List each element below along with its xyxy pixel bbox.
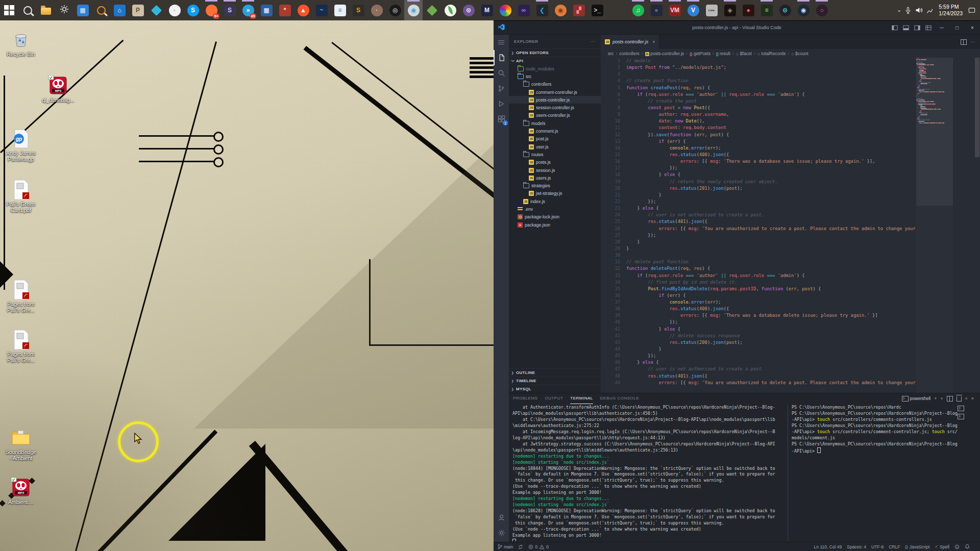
tree-item-comment.js[interactable]: JScomment.js — [509, 127, 601, 135]
minimap[interactable] — [916, 58, 953, 393]
taskbar-icon-search[interactable] — [18, 0, 37, 20]
terminal-selector[interactable]: ❯powershell — [902, 396, 931, 402]
tree-item-models[interactable]: models — [509, 119, 601, 127]
desktop-icon-1[interactable]: Recycle Bin — [3, 30, 39, 57]
speaker-icon[interactable] — [915, 6, 923, 14]
status-crlf[interactable]: CRLF — [889, 544, 900, 549]
toggle-secondary-sidebar-icon[interactable] — [912, 21, 923, 34]
terminal-list-item-powershell[interactable]: ❯ — [958, 414, 964, 419]
terminal-output-right[interactable]: PS C:\Users\Anonymous_PC\source\repos\Ha… — [788, 405, 960, 541]
activity-source-control-icon[interactable] — [494, 81, 509, 96]
tree-item-user.js[interactable]: JSuser.js — [509, 143, 601, 151]
taskbar-icon-voicemeeter[interactable]: VM — [666, 0, 684, 20]
taskbar-icon-file-explorer[interactable] — [37, 0, 55, 20]
tree-item-posts-controller.js[interactable]: JSposts-controller.js — [509, 96, 601, 104]
taskbar-icon-color-wheel[interactable] — [496, 0, 514, 20]
taskbar-icon-vscode[interactable]: ❮ — [533, 0, 551, 20]
panel-tab-debug-console[interactable]: DEBUG CONSOLE — [600, 393, 639, 404]
taskbar-icon-steam[interactable]: ◉ — [794, 0, 813, 20]
taskbar-icon-app-red-pixels[interactable]: ▞ — [570, 0, 588, 20]
desktop-icon-6[interactable]: Pages from Pali's Gre... — [3, 330, 39, 363]
breadcrumb-item-controllers[interactable]: controllers — [619, 51, 639, 56]
taskbar-icon-everything-search[interactable] — [92, 0, 110, 20]
taskbar-icon-settings[interactable] — [55, 0, 74, 20]
taskbar-icon-paint-palette[interactable]: · — [368, 0, 386, 20]
split-editor-icon[interactable] — [961, 39, 967, 45]
taskbar-icon-sublime-text[interactable]: S — [349, 0, 368, 20]
taskbar-icon-app-dark-orb[interactable]: ◈ — [721, 0, 739, 20]
taskbar-icon-terminal[interactable]: >_ — [588, 0, 606, 20]
taskbar-icon-photos-app[interactable]: ▦ — [74, 0, 92, 20]
terminal-output-left[interactable]: at Authenticator.transformAuthInfo (C:\U… — [512, 405, 780, 541]
breadcrumb-item-src[interactable]: src — [608, 51, 614, 56]
kill-terminal-icon[interactable] — [957, 396, 962, 402]
panel-tab-terminal[interactable]: TERMINAL — [570, 393, 593, 404]
activity-search-icon[interactable] — [494, 65, 509, 81]
status-spaces-4[interactable]: Spaces: 4 — [847, 544, 866, 549]
customize-layout-icon[interactable] — [923, 21, 934, 34]
taskbar-icon-app-ring[interactable]: ◦ — [165, 0, 184, 20]
taskbar-icon-app-blue[interactable]: ⌂ — [110, 0, 129, 20]
status-ln-110-col-49[interactable]: Ln 110, Col 49 — [814, 544, 842, 549]
microphone-icon[interactable] — [904, 6, 912, 14]
breadcrumb-item-$count[interactable]: ◇ $count — [791, 51, 808, 56]
sidebar-section-timeline[interactable]: ❯TIMELINE — [509, 377, 601, 385]
tray-chevron-icon[interactable]: ⌄ — [897, 7, 901, 13]
tree-item-src[interactable]: src — [509, 72, 601, 80]
breadcrumb-item-posts-controller.js[interactable]: JS posts-controller.js — [645, 51, 684, 56]
tree-item-comment-controller.js[interactable]: JScomment-controller.js — [509, 88, 601, 96]
panel-tab-problems[interactable]: PROBLEMS — [513, 393, 537, 404]
activity-run-debug-icon[interactable] — [494, 96, 509, 111]
tree-item-jwt-strategy.js[interactable]: JSjwt-strategy.js — [509, 190, 601, 197]
desktop-icon-3[interactable]: gpAndy James Pantera.gp — [3, 129, 39, 162]
status-spell[interactable]: ✓Spell — [935, 544, 949, 549]
toggle-sidebar-icon[interactable] — [889, 21, 900, 34]
taskbar-icon-obs[interactable]: ◎ — [386, 0, 404, 20]
activity-settings-icon[interactable] — [494, 525, 509, 540]
sidebar-section-outline[interactable]: ❯OUTLINE — [509, 368, 601, 377]
tree-item-node_modules[interactable]: node_modules — [509, 65, 601, 72]
taskbar-icon-power-app[interactable]: ⊙ — [776, 0, 794, 20]
tree-item-package.json[interactable]: npackage.json — [509, 221, 601, 229]
tree-item-posts.js[interactable]: JSposts.js — [509, 159, 601, 166]
problems-indicator[interactable]: 0 0 — [528, 544, 548, 549]
taskbar-icon-app-v-blue[interactable]: V — [684, 0, 702, 20]
taskbar-icon-live[interactable]: Live — [702, 0, 721, 20]
taskbar-icon-spotify[interactable]: ♫ — [629, 0, 647, 20]
taskbar-icon-lightshot[interactable]: ◉ — [404, 0, 423, 20]
terminal-dropdown-icon[interactable]: ∨ — [940, 396, 943, 400]
taskbar-icon-rust-app[interactable]: ◉ — [551, 0, 570, 20]
status-bell[interactable] — [965, 544, 970, 549]
sync-icon[interactable] — [518, 544, 523, 549]
tree-item-session-controller.js[interactable]: JSsession-controller.js — [509, 104, 601, 111]
minimize-button[interactable]: ─ — [934, 21, 949, 34]
taskbar-icon-brave[interactable]: ▲ — [294, 0, 312, 20]
status-feedback[interactable] — [954, 544, 960, 549]
breadcrumb-item-result[interactable]: [] result — [716, 51, 730, 56]
split-terminal-icon[interactable] — [947, 396, 953, 402]
desktop-icon-7[interactable]: SoundBridge - Ambient — [3, 428, 39, 461]
taskbar-icon-3d-viewer[interactable] — [147, 0, 165, 20]
tree-item-routes[interactable]: routes — [509, 151, 601, 158]
project-section-api[interactable]: ❯API — [509, 57, 601, 65]
taskbar-icon-app-red-cell[interactable]: ● — [739, 0, 757, 20]
taskbar-icon-app-red-flower[interactable]: * — [276, 0, 294, 20]
taskbar-icon-notepad[interactable]: ≡ — [331, 0, 349, 20]
taskbar-icon-ewql[interactable]: ≡ — [757, 0, 776, 20]
desktop[interactable]: Recycle BinMP3ql_dimebag...gpAndy James … — [0, 20, 494, 551]
tree-item-.env[interactable]: .env — [509, 205, 601, 213]
git-branch-indicator[interactable]: main — [498, 544, 513, 549]
tab-close-icon[interactable]: × — [652, 39, 655, 44]
vscode-titlebar[interactable]: posts-controller.js - api - Visual Studi… — [494, 21, 980, 35]
desktop-icon-2[interactable]: MP3ql_dimebag... — [40, 76, 77, 103]
maximize-panel-icon[interactable]: ∧ — [965, 396, 968, 400]
code-editor[interactable]: 1// models2import Post from "../models/p… — [601, 58, 916, 393]
panel-tab-output[interactable]: OUTPUT — [545, 393, 563, 404]
taskbar-icon-firefox[interactable]: 9+ — [202, 0, 220, 20]
tree-item-package-lock.json[interactable]: package-lock.json — [509, 213, 601, 221]
taskbar-icon-start[interactable] — [0, 0, 18, 20]
taskbar-icon-app-wave[interactable]: ~ — [312, 0, 331, 20]
taskbar-icon-app-green-gem[interactable] — [423, 0, 441, 20]
breadcrumb[interactable]: src›controllers›JS posts-controller.js›{… — [601, 49, 980, 58]
taskbar-icon-app-m[interactable]: M — [478, 0, 496, 20]
